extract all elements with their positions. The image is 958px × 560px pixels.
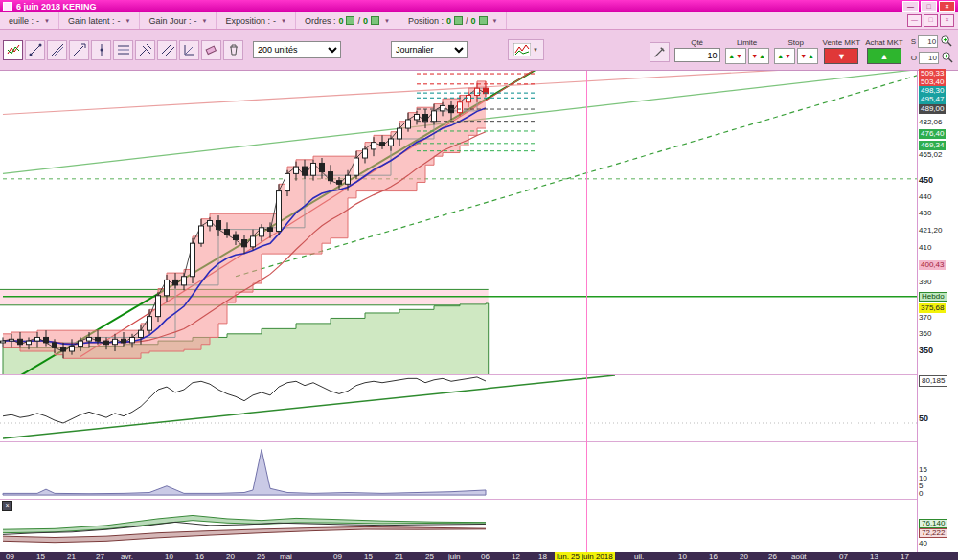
- dropdown-arrow-icon[interactable]: ▼: [44, 18, 50, 24]
- chart-close-button[interactable]: ×: [940, 14, 954, 27]
- main-price-chart[interactable]: [0, 71, 917, 374]
- dropdown-arrow-icon[interactable]: ▼: [384, 18, 390, 24]
- stop-sell-button[interactable]: ▼▲: [797, 48, 818, 64]
- dropdown-arrow-icon[interactable]: ▼: [281, 18, 286, 24]
- chart-maximize-button[interactable]: □: [924, 14, 938, 27]
- order-status-icon: [479, 16, 488, 25]
- status-label: Position :: [408, 16, 444, 26]
- status-value: 0: [446, 16, 451, 26]
- status-label: Gain latent :: [68, 16, 115, 26]
- time-label: mai: [280, 552, 292, 560]
- fork-tool-button[interactable]: [135, 40, 155, 60]
- status-separator: /: [357, 16, 360, 26]
- axis-label: 421,20: [919, 226, 942, 235]
- ray-tool-button[interactable]: [69, 40, 89, 60]
- indicator-icon: [6, 42, 21, 57]
- sell-glyph-icon: ▼: [837, 52, 846, 61]
- channel-icon: [160, 42, 175, 57]
- zoom-letter: O: [911, 54, 917, 62]
- histogram-panel[interactable]: [0, 441, 917, 500]
- segment-tool-button[interactable]: [47, 40, 67, 60]
- axis-label: 465,02: [919, 150, 942, 160]
- time-axis[interactable]: 09152127avr.10162026mai09152125juin06121…: [0, 552, 958, 560]
- axis-label: Hebdo: [919, 292, 947, 302]
- main-toolbar: 200 unités Journalier ▼ Qté: [0, 30, 958, 71]
- axis-label: 50: [919, 414, 928, 423]
- dropdown-arrow-icon[interactable]: ▼: [201, 18, 207, 24]
- minimize-button[interactable]: —: [902, 1, 919, 12]
- drawing-tools: [3, 40, 243, 60]
- eraser-tool-button[interactable]: [201, 40, 221, 60]
- limit-group: Limite ▲▼ ▼▲: [725, 38, 769, 64]
- time-label: avr.: [121, 552, 133, 560]
- status-value: -: [273, 16, 276, 26]
- fork-icon: [138, 42, 153, 57]
- sell-market-button[interactable]: ▼: [824, 48, 858, 64]
- time-label: 21: [67, 552, 76, 560]
- magnifier-icon[interactable]: [940, 34, 952, 49]
- status-item-4: Ordres :0/0▼: [296, 12, 399, 29]
- status-value: -: [36, 16, 39, 26]
- time-label: 26: [768, 552, 777, 560]
- fibo-tool-button[interactable]: [113, 40, 133, 60]
- trendline-tool-button[interactable]: [25, 40, 45, 60]
- close-button[interactable]: ×: [939, 1, 955, 12]
- oscillator-panel[interactable]: [0, 374, 917, 442]
- sell-arrow-icon: ▼: [785, 53, 791, 59]
- buy-glyph-icon: ▲: [880, 52, 889, 61]
- order-status-icon: [371, 16, 379, 25]
- status-value2: 0: [363, 16, 368, 26]
- trash-tool-button[interactable]: [223, 40, 243, 60]
- quantity-label: Qté: [691, 38, 703, 47]
- zoom-value[interactable]: 10: [919, 52, 939, 64]
- chart-minimize-button[interactable]: —: [907, 14, 922, 27]
- magnifier-icon[interactable]: [941, 51, 953, 65]
- time-label: 16: [195, 552, 204, 560]
- order-settings-button[interactable]: [650, 42, 670, 62]
- chart-window-controls: —□×: [907, 14, 958, 27]
- time-label: 20: [226, 552, 235, 560]
- status-label: Exposition :: [225, 16, 270, 26]
- limit-buy-button[interactable]: ▲▼: [725, 48, 746, 64]
- dropdown-arrow-icon[interactable]: ▼: [125, 18, 131, 24]
- units-select[interactable]: 200 unités: [253, 41, 341, 58]
- wrench-icon: [652, 46, 666, 59]
- window-titlebar: 6 juin 2018 KERING — □ ×: [0, 0, 958, 12]
- indicator-tool-button[interactable]: [3, 40, 23, 60]
- angle-tool-button[interactable]: [179, 40, 199, 60]
- limit-sell-button[interactable]: ▼▲: [748, 48, 769, 64]
- status-label: Ordres :: [305, 16, 336, 26]
- vline-tool-button[interactable]: [91, 40, 111, 60]
- status-bar: euille :-▼Gain latent :-▼Gain Jour :-▼Ex…: [0, 12, 958, 30]
- mini-chart-icon: [513, 43, 531, 56]
- time-label: 25: [425, 552, 434, 560]
- zoom-controls: S10O10: [911, 34, 955, 65]
- ray-icon: [72, 42, 87, 57]
- buy-arrow-icon: ▲: [808, 53, 814, 59]
- dropdown-arrow-icon[interactable]: ▼: [492, 18, 498, 24]
- zoom-value[interactable]: 10: [918, 35, 938, 48]
- buy-market-button[interactable]: ▲: [867, 48, 901, 64]
- time-label: 07: [839, 552, 848, 560]
- zoom-letter: S: [911, 37, 916, 46]
- channel-tool-button[interactable]: [157, 40, 177, 60]
- order-status-icon: [346, 16, 354, 25]
- quantity-input[interactable]: [674, 48, 720, 62]
- price-axis[interactable]: 509,33503,40498,30495,47489,00482,06476,…: [917, 71, 958, 552]
- angle-icon: [182, 42, 197, 57]
- oscillator-trendline: [3, 375, 615, 438]
- maximize-button[interactable]: □: [921, 1, 937, 12]
- axis-label: 72,222: [919, 528, 947, 538]
- panel-close-button[interactable]: ×: [2, 501, 12, 511]
- ribbon-panel[interactable]: [0, 499, 917, 553]
- status-item-5: Position :0/0▼: [399, 12, 508, 29]
- stop-buy-button[interactable]: ▲▼: [774, 48, 795, 64]
- time-label: 13: [870, 552, 878, 560]
- time-label: juin: [448, 552, 460, 560]
- axis-label: 370: [919, 313, 931, 323]
- time-label: 15: [364, 552, 373, 560]
- time-label: 12: [512, 552, 520, 560]
- chart-style-button[interactable]: ▼: [508, 39, 544, 60]
- eraser-icon: [204, 42, 219, 57]
- timeframe-select[interactable]: Journalier: [391, 41, 468, 58]
